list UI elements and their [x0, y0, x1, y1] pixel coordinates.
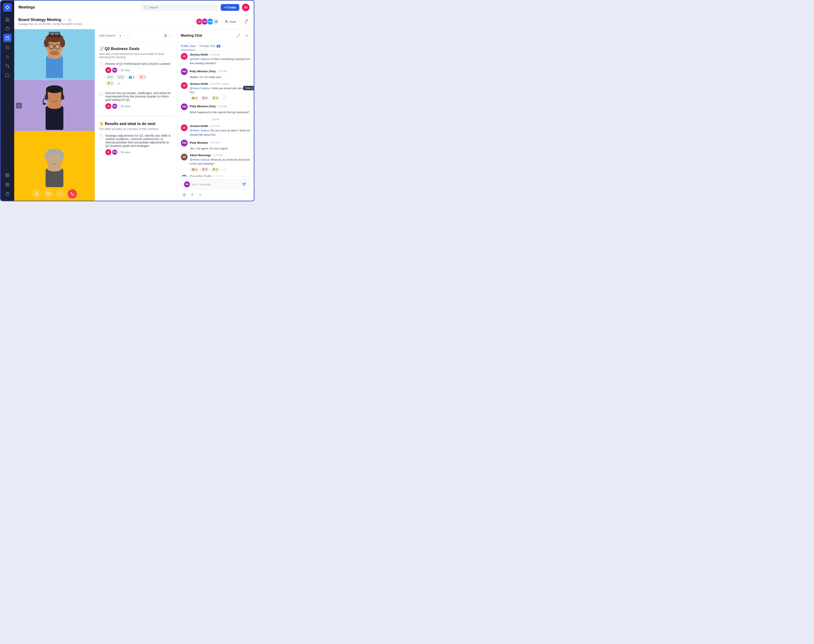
svg-point-30 [60, 39, 65, 47]
create-button[interactable]: + Create [221, 4, 239, 11]
add-reaction-3[interactable]: ☺ [221, 96, 228, 100]
chat-input-box: PW [181, 179, 250, 190]
chat-message-input[interactable] [192, 183, 239, 186]
topbar-actions: + Create JG [221, 4, 249, 11]
user-avatar[interactable]: JG [242, 4, 249, 11]
reaction-7-think[interactable]: 🤔 2 [210, 167, 220, 172]
msg-reactions-7: 🤩 2 💯 2 🤔 2 ☺ [190, 167, 250, 172]
unread-line-right [221, 119, 250, 120]
controls-more-button[interactable]: ··· [56, 189, 65, 199]
reaction-link[interactable]: 🔗 2 [105, 75, 114, 80]
sidebar-item-meetings[interactable] [3, 34, 12, 42]
at-mention-button[interactable]: @ [181, 192, 187, 198]
add-content-plus-button[interactable]: + [117, 33, 123, 38]
agenda-section-2-desc: The seller provides an overview of their… [99, 127, 173, 130]
add-content-dropdown-button[interactable] [125, 33, 131, 38]
agenda-view-button[interactable] [163, 33, 169, 38]
tab-public-chat[interactable]: Public chat [181, 42, 195, 50]
svg-point-21 [226, 20, 227, 21]
main-content: Meetings + Create JG Board Strategy Meet… [14, 1, 254, 201]
msg-avatar-6: PW [181, 140, 187, 146]
chat-header: Meeting Chat [177, 29, 254, 42]
sidebar-item-home[interactable] [3, 15, 12, 23]
svg-rect-0 [6, 28, 9, 30]
camera-button[interactable] [44, 189, 53, 199]
meeting-more-button[interactable]: ··· [63, 18, 66, 22]
current-user-avatar: PW [184, 181, 190, 187]
reaction-3-think[interactable]: 🤔 2 [210, 96, 220, 100]
mute-button[interactable] [32, 189, 41, 199]
svg-rect-43 [61, 95, 64, 100]
msg-avatar-4: PW [181, 103, 187, 110]
agenda-more-button[interactable]: ··· [170, 34, 173, 37]
chat-message-6: PW Polly Winston 11:04 AM ··· Yes, I do … [181, 140, 250, 151]
agenda-check-2[interactable] [99, 92, 103, 96]
reaction-7-100[interactable]: 💯 2 [200, 167, 209, 172]
hashtag-button[interactable]: # [189, 192, 196, 198]
reaction-3-star[interactable]: 🤩 2 [190, 96, 199, 100]
msg-name-1: Jessica Smith [190, 53, 208, 56]
expand-icon [237, 34, 240, 37]
emoji-button[interactable]: ☺ [197, 192, 204, 198]
sidebar-item-tasks[interactable] [3, 43, 12, 52]
agenda-check-3[interactable] [99, 134, 103, 139]
msg-text-6: Yes, I do agree, It's very urgent [190, 146, 250, 151]
sidebar-item-projects[interactable] [3, 25, 12, 33]
sidebar-item-files[interactable] [3, 71, 12, 80]
sidebar-item-settings[interactable] [3, 180, 12, 189]
agenda-check-1[interactable] [99, 63, 103, 67]
unread-divider: Unread [181, 118, 250, 121]
reaction-7-star[interactable]: 🤩 2 [190, 167, 199, 172]
star-icon[interactable] [68, 18, 72, 22]
sidebar-item-analytics[interactable] [3, 52, 12, 61]
add-content-bar: Add content: + [99, 33, 173, 42]
search-box [141, 4, 217, 11]
msg-name-7: Albert Bennings [190, 153, 211, 157]
msg-more-button-4[interactable]: ··· [244, 103, 250, 109]
video-nav-button[interactable]: ‹ [16, 103, 22, 109]
tooltip-badge: Today at 2:30 PM [243, 86, 254, 90]
sidebar-item-table[interactable] [3, 171, 12, 179]
app-logo[interactable] [3, 3, 12, 12]
svg-point-38 [47, 103, 62, 109]
share-button[interactable] [242, 18, 249, 25]
chat-message-4: PW Polly Winston (You) 11:04 AM ··· What… [181, 103, 250, 114]
sidebar-item-branches[interactable] [3, 62, 12, 70]
msg-more-button-2[interactable]: ··· [244, 68, 250, 74]
svg-marker-20 [68, 18, 71, 21]
search-area [141, 4, 217, 11]
send-message-button[interactable] [240, 181, 247, 188]
notification-dot [246, 19, 248, 21]
add-reaction-7[interactable]: ☺ [221, 167, 228, 172]
add-reaction-button[interactable]: ☺ [116, 81, 121, 86]
sidebar-item-help[interactable] [3, 190, 12, 198]
svg-rect-1 [6, 37, 9, 40]
agenda-attendee-3a: JS [105, 149, 111, 155]
meeting-title: Board Strategy Meeting [18, 18, 61, 22]
msg-mention-1: @Helen Gebson [190, 57, 210, 61]
reaction-100[interactable]: 💯 2 [138, 75, 147, 80]
agenda-item-2: Discuss key successes, challenges, and a… [99, 91, 173, 111]
reaction-comment[interactable]: 💬 2 [116, 75, 125, 80]
agenda-attendee-1b: PW [112, 67, 118, 73]
end-call-button[interactable] [68, 189, 77, 199]
reaction-people[interactable]: 👥 2 [127, 75, 136, 80]
invite-button[interactable]: Invite [222, 18, 239, 25]
msg-name-2: Polly Winston (You) [190, 70, 216, 73]
agenda-item-2-duration: 30 mins [121, 105, 131, 108]
svg-point-47 [47, 166, 62, 172]
meeting-header: Board Strategy Meeting ··· Sunday Feb 15… [14, 14, 254, 29]
tab-private-chat[interactable]: Private chat2 [200, 42, 220, 50]
chat-close-button[interactable] [244, 32, 250, 39]
msg-avatar-3: JS [181, 82, 187, 89]
msg-more-button-6[interactable]: ··· [244, 140, 250, 146]
msg-time-3: 11:04 AM [210, 83, 220, 85]
attendees-stack: JS PW HG +4 [196, 18, 219, 25]
search-input[interactable] [149, 6, 214, 9]
svg-rect-54 [166, 35, 167, 35]
msg-body-8: Samantha Smith 11:04 AM @Helen Gebson We… [190, 175, 250, 176]
chat-expand-button[interactable] [235, 32, 242, 39]
reaction-think[interactable]: 🤔 2 [105, 81, 114, 86]
reaction-3-100[interactable]: 💯 2 [200, 96, 209, 100]
agenda-item-1-duration: 30 mins [121, 69, 131, 72]
